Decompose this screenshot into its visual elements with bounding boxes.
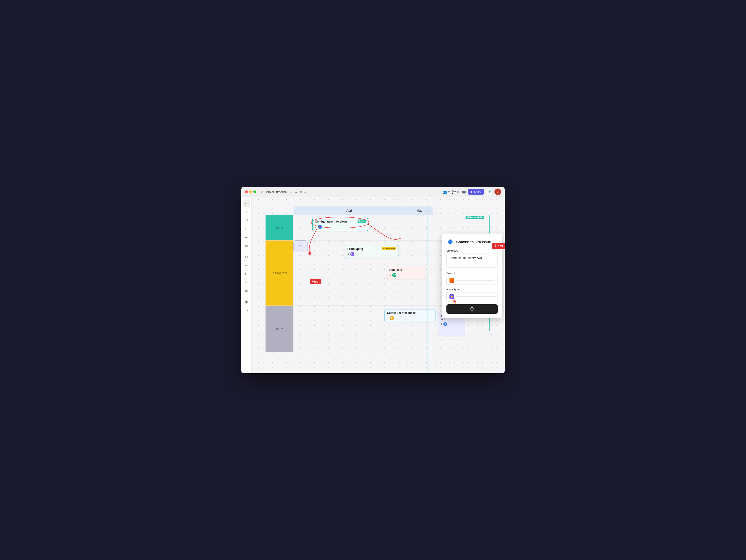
chevron-down-icon: ▾: [493, 279, 495, 282]
establish-meta: 4 J: [440, 322, 462, 326]
text-tool[interactable]: T: [243, 208, 250, 216]
conduct-count: 3: [315, 225, 316, 228]
swimlane-todo-label: To Do: [265, 306, 293, 352]
close-button[interactable]: [245, 190, 248, 193]
avatar-k: K: [390, 316, 394, 320]
issue-type-bar: [456, 296, 493, 297]
gather-count: 3: [387, 317, 389, 320]
connect-tool[interactable]: ∞: [243, 262, 250, 269]
people-tool[interactable]: ⚇: [243, 278, 250, 286]
project-select-bar: [456, 279, 493, 281]
grid-tool[interactable]: ⊞: [243, 287, 250, 294]
conduct-card-meta: 3 JS: [315, 225, 365, 229]
prototyping-count: 4: [347, 253, 349, 256]
frame-tool[interactable]: ⬚: [243, 217, 250, 224]
people-icon[interactable]: 👥 ▾: [443, 190, 450, 194]
app-logo-icon: ✳: [260, 190, 264, 194]
star-icon[interactable]: ☆: [290, 190, 292, 194]
gather-card[interactable]: Gather user feedback 3 K: [384, 309, 436, 322]
d-card[interactable]: D: [293, 240, 308, 252]
issue-type-select-inner: ⚡: [450, 294, 493, 299]
minimize-button[interactable]: [249, 190, 252, 193]
title-bar: ✳ Project timeline ☆ ☁ ≡ ⌕ 👥 ▾ 💬 ▷ 📹 ⬆ S…: [241, 187, 505, 197]
project-label: Project: [447, 272, 498, 274]
gather-meta: 3 K: [387, 316, 433, 320]
spacer: [265, 206, 293, 215]
swimlane-in-progress: In Progress Wes In Progress Prototyping …: [265, 240, 500, 306]
jira-logo-icon: [447, 238, 454, 246]
title-right: 👥 ▾ 💬 ▷ 📹 ⬆ Share 🔗 U: [443, 188, 501, 195]
issue-type-label: Issue Type: [447, 288, 498, 291]
loading-spinner-icon: [470, 307, 474, 311]
run-tests-count: 4: [389, 273, 391, 276]
gather-title: Gather user feedback: [387, 311, 433, 315]
comment-icon[interactable]: 💬: [452, 190, 456, 194]
conduct-card[interactable]: Done Conduct user interviews 3 JS: [312, 218, 368, 231]
run-tests-card[interactable]: Run tests 4 AW: [387, 266, 425, 279]
window-title: Project timeline: [266, 190, 287, 194]
lars-label: Lars: [492, 243, 505, 249]
jira-panel-header: Convert to Jira Issue: [447, 238, 498, 246]
month-may: May: [405, 206, 433, 215]
project-select[interactable]: ▾: [447, 276, 498, 285]
more-tools[interactable]: ···: [243, 307, 250, 314]
crop-tool[interactable]: ⊞: [243, 242, 250, 249]
link-button[interactable]: 🔗: [486, 188, 493, 195]
cursor-icon: [453, 299, 458, 304]
avatar-dj: DJ: [350, 252, 354, 256]
project-select-inner: [450, 278, 493, 283]
swimlane-inprogress-content: Wes In Progress Prototyping 4 DJ: [293, 240, 500, 306]
main-content: ↖ T ⬚ □ ✒ ⊞ ⊟ ∞ ⊙ ⚇ ⊞ ···: [241, 197, 505, 373]
run-tests-meta: 4 AW: [389, 273, 423, 277]
done-badge: Done: [358, 219, 366, 223]
milestone-label: Release MVP: [465, 216, 484, 219]
pen-tool[interactable]: ✒: [243, 234, 250, 241]
prototyping-meta: 4 DJ: [347, 252, 396, 256]
diamond-icon: [245, 300, 248, 303]
share-icon: ⬆: [470, 190, 473, 194]
arrow-path2: [368, 224, 401, 239]
run-tests-title: Run tests: [389, 268, 423, 271]
jira-panel: Convert to Jira Issue Summary Conduct us…: [442, 234, 503, 318]
timer-tool[interactable]: ⊙: [243, 270, 250, 277]
maximize-button[interactable]: [253, 190, 256, 193]
search-icon[interactable]: ⌕: [304, 190, 306, 194]
cursor-container: [453, 299, 458, 305]
select-tool[interactable]: ↖: [243, 200, 250, 207]
project-icon: [450, 278, 454, 283]
prototyping-card[interactable]: In Progress Prototyping 4 DJ: [345, 245, 398, 258]
left-toolbar: ↖ T ⬚ □ ✒ ⊞ ⊟ ∞ ⊙ ⚇ ⊞ ···: [241, 197, 252, 373]
avatar-js: JS: [318, 225, 322, 229]
chevron-down-icon2: ▾: [493, 295, 495, 298]
avatar-aw: AW: [392, 273, 396, 277]
cloud-icon[interactable]: ☁: [295, 190, 298, 194]
app-window: ✳ Project timeline ☆ ☁ ≡ ⌕ 👥 ▾ 💬 ▷ 📹 ⬆ S…: [241, 187, 505, 373]
issue-type-icon: ⚡: [450, 294, 454, 299]
convert-button[interactable]: [447, 304, 498, 314]
more-icon: ···: [244, 308, 248, 313]
avatar-j: J: [443, 322, 447, 326]
rectangle-tool[interactable]: □: [243, 225, 250, 233]
traffic-lights: [245, 190, 256, 193]
swimlane-done-label: Done: [265, 215, 293, 240]
establish-count: 4: [440, 323, 442, 326]
canvas-area[interactable]: April May Done Release MVP: [252, 197, 505, 373]
menu-icon[interactable]: ≡: [300, 190, 302, 194]
timeline-container: April May Done Release MVP: [265, 206, 500, 352]
diamond-tool[interactable]: [243, 298, 250, 306]
jira-panel-title: Convert to Jira Issue: [456, 240, 491, 244]
summary-label: Summary: [447, 249, 498, 252]
month-header: April May: [265, 206, 500, 215]
in-progress-badge: In Progress: [382, 247, 396, 250]
share-label: Share: [474, 190, 481, 194]
image-tool[interactable]: ⊟: [243, 253, 250, 261]
present-icon[interactable]: ▷: [457, 190, 460, 194]
title-icons: ☆ ☁ ≡ ⌕: [290, 190, 306, 194]
video-icon[interactable]: 📹: [462, 190, 466, 194]
separator: [243, 251, 249, 252]
user-avatar[interactable]: U: [494, 188, 501, 195]
share-button[interactable]: ⬆ Share: [468, 189, 484, 195]
swimlane-inprogress-label: In Progress: [265, 240, 293, 306]
wes-label: Wes: [310, 279, 321, 284]
summary-input[interactable]: Conduct user interviews: [447, 254, 498, 268]
